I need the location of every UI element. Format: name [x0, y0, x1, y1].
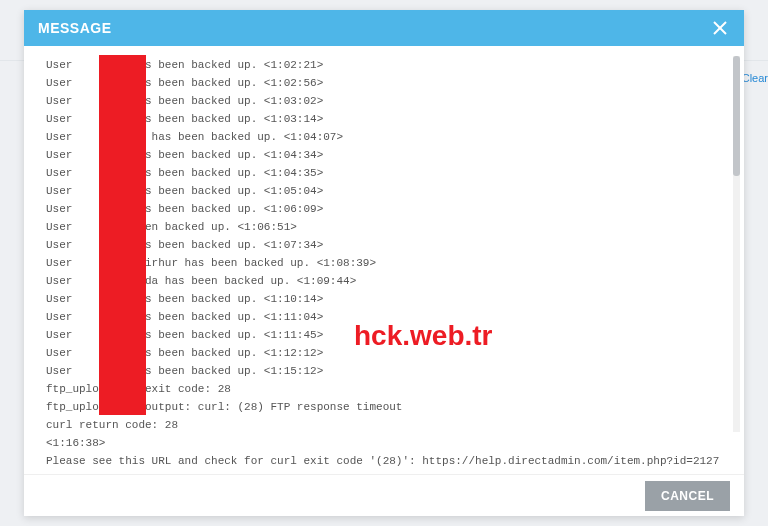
log-line: User has been backed up. <1:02:21> [46, 56, 722, 74]
modal-footer: CANCEL [24, 474, 744, 516]
message-modal: MESSAGE User has been backed up. <1:02:2… [24, 10, 744, 516]
log-line: User has been backed up. <1:11:04> [46, 308, 722, 326]
log-line: User has been backed up. <1:07:34> [46, 236, 722, 254]
log-line: User am has been backed up. <1:04:07> [46, 128, 722, 146]
cancel-button[interactable]: CANCEL [645, 481, 730, 511]
log-line: User has been backed up. <1:06:09> [46, 200, 722, 218]
log-line: User has been backed up. <1:04:35> [46, 164, 722, 182]
modal-title: MESSAGE [38, 20, 112, 36]
log-line: Please see this URL and check for curl e… [46, 452, 722, 470]
log-line: User has been backed up. <1:02:56> [46, 74, 722, 92]
close-icon[interactable] [710, 18, 730, 38]
log-line: User has been backed up. <1:15:12> [46, 362, 722, 380]
log-line: curl return code: 28 [46, 416, 722, 434]
scrollbar-track[interactable] [733, 56, 740, 432]
log-line: User has been backed up. <1:03:14> [46, 110, 722, 128]
log-line: User urda has been backed up. <1:09:44> [46, 272, 722, 290]
log-line: User has been backed up. <1:10:14> [46, 290, 722, 308]
log-line: User been backed up. <1:06:51> [46, 218, 722, 236]
redaction-block-main [99, 55, 146, 415]
log-line: ftp_upload.php exit code: 28 [46, 380, 722, 398]
log-line: ftp_upload.php output: curl: (28) FTP re… [46, 398, 722, 416]
scrollbar-thumb[interactable] [733, 56, 740, 176]
log-line: User has been backed up. <1:12:12> [46, 344, 722, 362]
log-line: User emirhur has been backed up. <1:08:3… [46, 254, 722, 272]
log-line: User has been backed up. <1:11:45> [46, 326, 722, 344]
log-line: User has been backed up. <1:16:47> [46, 470, 722, 474]
log-line: User has been backed up. <1:05:04> [46, 182, 722, 200]
log-output: User has been backed up. <1:02:21>User h… [46, 56, 722, 474]
modal-header: MESSAGE [24, 10, 744, 46]
log-line: <1:16:38> [46, 434, 722, 452]
log-line: User has been backed up. <1:03:02> [46, 92, 722, 110]
modal-body: User has been backed up. <1:02:21>User h… [24, 46, 744, 474]
log-line: User has been backed up. <1:04:34> [46, 146, 722, 164]
